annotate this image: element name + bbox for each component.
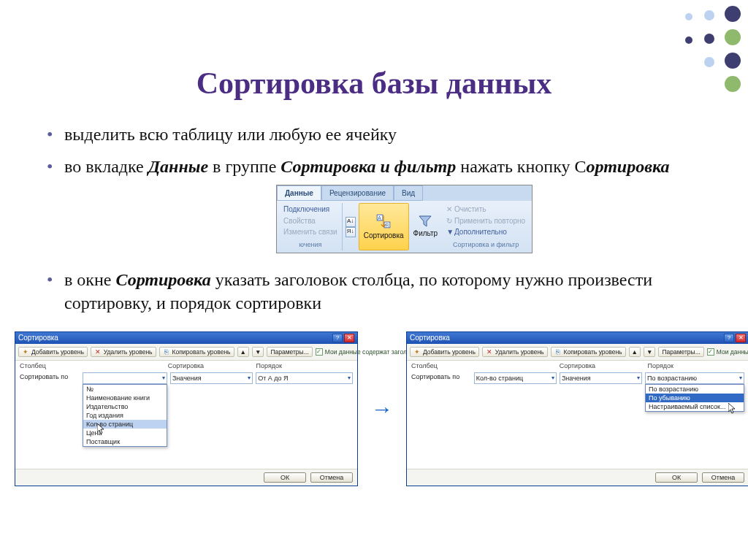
ribbon-advanced[interactable]: ▼ Дополнительно <box>446 227 525 237</box>
sort-icon: АЯ <box>375 213 392 229</box>
move-down-button[interactable]: ▼ <box>644 347 655 357</box>
cancel-button[interactable]: Отмена <box>310 472 353 483</box>
dd-item[interactable]: По возрастанию <box>646 385 744 394</box>
sort-asc-icon[interactable]: А↓ <box>346 217 356 227</box>
move-up-button[interactable]: ▲ <box>629 347 641 357</box>
params-button[interactable]: Параметры... <box>658 347 703 357</box>
dd-item[interactable]: № <box>83 385 167 394</box>
order-header: Порядок <box>256 362 353 369</box>
order-dropdown[interactable]: По возрастанию▾ <box>645 372 744 384</box>
delete-level-button[interactable]: ✕Удалить уровень <box>91 347 156 357</box>
sort-on-dropdown[interactable]: Значения▾ <box>170 372 253 384</box>
column-header: Столбец <box>20 362 162 369</box>
dialogs-row: Сортировка ? ✕ ✦Добавить уровень ✕Удалит… <box>0 331 748 486</box>
headers-checkbox[interactable]: ✓Мои данные содержат заголовки <box>316 348 420 356</box>
order-dropdown[interactable]: От А до Я▾ <box>256 372 353 384</box>
column-dropdown[interactable]: ▾ <box>83 372 167 384</box>
ribbon-edit-links: Изменить связи <box>283 227 337 237</box>
column-dropdown[interactable]: Кол-во страниц▾ <box>474 372 557 384</box>
move-up-button[interactable]: ▲ <box>237 347 249 357</box>
column-dropdown-list[interactable]: № Наименование книги Издательство Год из… <box>83 384 167 447</box>
params-button[interactable]: Параметры... <box>267 347 312 357</box>
dd-item-selected[interactable]: Кол-во страниц <box>83 420 167 429</box>
bullet-1: выделить всю таблицу или любую ее ячейку <box>44 123 713 146</box>
ribbon-tab-data[interactable]: Данные <box>277 185 321 202</box>
add-level-button[interactable]: ✦Добавить уровень <box>410 347 479 357</box>
close-button[interactable]: ✕ <box>736 334 746 342</box>
ok-button[interactable]: ОК <box>655 472 698 483</box>
svg-text:А: А <box>378 215 381 220</box>
cursor-icon <box>97 423 106 435</box>
funnel-icon <box>419 215 432 227</box>
bullet-2: во вкладке Данные в группе Сортировка и … <box>44 155 713 253</box>
content-area: выделить всю таблицу или любую ее ячейку… <box>0 123 748 315</box>
ribbon-reapply: ↻ Применить повторно <box>446 216 525 226</box>
sort-on-dropdown[interactable]: Значения▾ <box>560 372 642 384</box>
dd-item[interactable]: Цена <box>83 429 167 437</box>
filter-button[interactable]: Фильтр <box>409 203 443 250</box>
ribbon-clear: ✕ Очистить <box>446 204 525 215</box>
dd-item-highlight[interactable]: По убыванию <box>646 394 744 402</box>
sort-desc-icon[interactable]: Я↓ <box>346 227 356 237</box>
move-down-button[interactable]: ▼ <box>252 347 264 357</box>
sort-header: Сортировка <box>168 362 251 369</box>
sort-button-label: Сортировка <box>364 231 404 241</box>
sort-dialog-left: Сортировка ? ✕ ✦Добавить уровень ✕Удалит… <box>15 331 358 486</box>
dd-item[interactable]: Поставщик <box>83 437 167 446</box>
copy-level-button[interactable]: ⎘Копировать уровень <box>551 347 626 357</box>
cursor-icon <box>728 403 737 415</box>
add-level-button[interactable]: ✦Добавить уровень <box>18 347 88 357</box>
sort-by-label: Сортировать по <box>20 372 80 380</box>
filter-button-label: Фильтр <box>413 229 438 239</box>
dd-item[interactable]: Издательство <box>83 402 167 411</box>
copy-level-button[interactable]: ⎘Копировать уровень <box>159 347 234 357</box>
ribbon-tab-view[interactable]: Вид <box>394 185 423 202</box>
ribbon-properties: Свойства <box>283 216 337 226</box>
order-header: Порядок <box>648 362 744 369</box>
cancel-button[interactable]: Отмена <box>702 472 744 483</box>
dialog-title: Сортировка <box>410 334 450 342</box>
help-button[interactable]: ? <box>724 334 734 342</box>
ribbon-tab-review[interactable]: Рецензирование <box>321 185 394 202</box>
bullet-1-text: выделить всю таблицу или любую ее ячейку <box>64 125 397 144</box>
delete-level-button[interactable]: ✕Удалить уровень <box>482 347 548 357</box>
slide-title: Сортировка базы данных <box>0 66 748 101</box>
help-button[interactable]: ? <box>332 334 343 342</box>
column-header: Столбец <box>411 362 554 369</box>
sort-dialog-right: Сортировка ? ✕ ✦Добавить уровень ✕Удалит… <box>406 331 748 486</box>
sort-header: Сортировка <box>560 362 642 369</box>
ribbon-screenshot: Данные Рецензирование Вид Подключения Св… <box>276 185 533 253</box>
sort-by-label: Сортировать по <box>411 372 471 380</box>
sort-button[interactable]: АЯ Сортировка <box>359 203 409 250</box>
dd-item[interactable]: Наименование книги <box>83 394 167 402</box>
arrow-right-icon: → <box>371 396 393 421</box>
ok-button[interactable]: ОК <box>264 472 306 483</box>
headers-checkbox[interactable]: ✓Мои данные содержат заголовки <box>707 348 748 356</box>
dd-item[interactable]: Год издания <box>83 411 167 420</box>
bullet-3: в окне Сортировка указать заголовок стол… <box>44 268 713 315</box>
close-button[interactable]: ✕ <box>344 334 354 342</box>
dialog-title: Сортировка <box>18 334 58 342</box>
ribbon-connections[interactable]: Подключения <box>283 204 337 215</box>
